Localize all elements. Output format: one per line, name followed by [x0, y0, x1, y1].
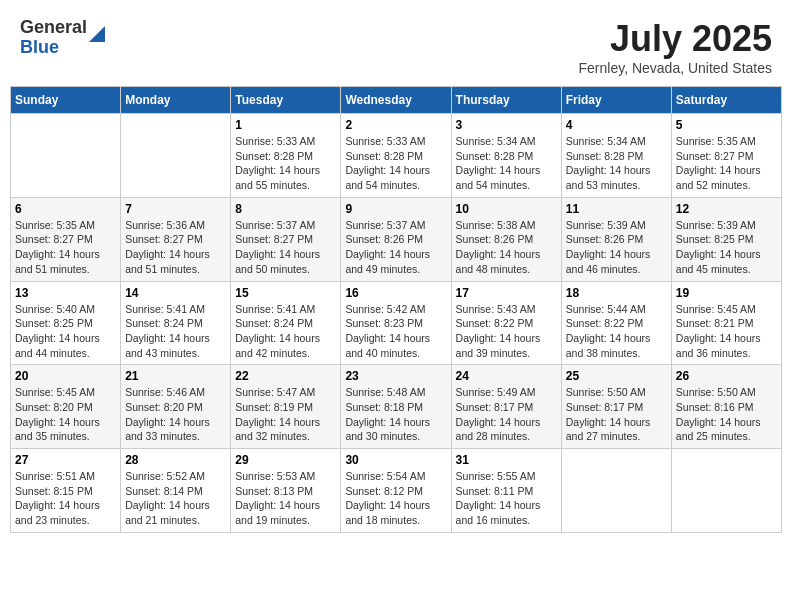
- calendar-cell: 27Sunrise: 5:51 AMSunset: 8:15 PMDayligh…: [11, 449, 121, 533]
- day-number: 24: [456, 369, 557, 383]
- day-number: 30: [345, 453, 446, 467]
- day-info: Sunrise: 5:34 AMSunset: 8:28 PMDaylight:…: [456, 134, 557, 193]
- day-info: Sunrise: 5:33 AMSunset: 8:28 PMDaylight:…: [345, 134, 446, 193]
- calendar-cell: 5Sunrise: 5:35 AMSunset: 8:27 PMDaylight…: [671, 114, 781, 198]
- day-number: 18: [566, 286, 667, 300]
- day-number: 21: [125, 369, 226, 383]
- calendar-week-row: 13Sunrise: 5:40 AMSunset: 8:25 PMDayligh…: [11, 281, 782, 365]
- day-of-week-header: Sunday: [11, 87, 121, 114]
- day-info: Sunrise: 5:33 AMSunset: 8:28 PMDaylight:…: [235, 134, 336, 193]
- day-number: 1: [235, 118, 336, 132]
- logo-text: General Blue: [20, 18, 87, 58]
- calendar-cell: 4Sunrise: 5:34 AMSunset: 8:28 PMDaylight…: [561, 114, 671, 198]
- day-number: 4: [566, 118, 667, 132]
- calendar-cell: 24Sunrise: 5:49 AMSunset: 8:17 PMDayligh…: [451, 365, 561, 449]
- day-info: Sunrise: 5:45 AMSunset: 8:20 PMDaylight:…: [15, 385, 116, 444]
- day-number: 22: [235, 369, 336, 383]
- logo-general: General: [20, 18, 87, 38]
- day-info: Sunrise: 5:47 AMSunset: 8:19 PMDaylight:…: [235, 385, 336, 444]
- day-of-week-header: Wednesday: [341, 87, 451, 114]
- svg-marker-0: [89, 26, 105, 42]
- calendar-cell: 31Sunrise: 5:55 AMSunset: 8:11 PMDayligh…: [451, 449, 561, 533]
- logo: General Blue: [20, 18, 105, 58]
- day-number: 17: [456, 286, 557, 300]
- day-info: Sunrise: 5:50 AMSunset: 8:16 PMDaylight:…: [676, 385, 777, 444]
- calendar-cell: 13Sunrise: 5:40 AMSunset: 8:25 PMDayligh…: [11, 281, 121, 365]
- day-number: 31: [456, 453, 557, 467]
- day-of-week-header: Friday: [561, 87, 671, 114]
- calendar-cell: 9Sunrise: 5:37 AMSunset: 8:26 PMDaylight…: [341, 197, 451, 281]
- day-info: Sunrise: 5:39 AMSunset: 8:26 PMDaylight:…: [566, 218, 667, 277]
- calendar-body: 1Sunrise: 5:33 AMSunset: 8:28 PMDaylight…: [11, 114, 782, 533]
- day-info: Sunrise: 5:37 AMSunset: 8:27 PMDaylight:…: [235, 218, 336, 277]
- page-header: General Blue July 2025 Fernley, Nevada, …: [10, 10, 782, 80]
- calendar-cell: 23Sunrise: 5:48 AMSunset: 8:18 PMDayligh…: [341, 365, 451, 449]
- day-number: 8: [235, 202, 336, 216]
- calendar-cell: 17Sunrise: 5:43 AMSunset: 8:22 PMDayligh…: [451, 281, 561, 365]
- day-number: 5: [676, 118, 777, 132]
- calendar-cell: 15Sunrise: 5:41 AMSunset: 8:24 PMDayligh…: [231, 281, 341, 365]
- calendar-week-row: 6Sunrise: 5:35 AMSunset: 8:27 PMDaylight…: [11, 197, 782, 281]
- day-number: 26: [676, 369, 777, 383]
- day-number: 19: [676, 286, 777, 300]
- calendar-cell: 3Sunrise: 5:34 AMSunset: 8:28 PMDaylight…: [451, 114, 561, 198]
- day-info: Sunrise: 5:54 AMSunset: 8:12 PMDaylight:…: [345, 469, 446, 528]
- calendar-cell: 28Sunrise: 5:52 AMSunset: 8:14 PMDayligh…: [121, 449, 231, 533]
- day-number: 3: [456, 118, 557, 132]
- day-number: 11: [566, 202, 667, 216]
- calendar-cell: 22Sunrise: 5:47 AMSunset: 8:19 PMDayligh…: [231, 365, 341, 449]
- day-number: 15: [235, 286, 336, 300]
- day-number: 20: [15, 369, 116, 383]
- day-info: Sunrise: 5:40 AMSunset: 8:25 PMDaylight:…: [15, 302, 116, 361]
- calendar-header: SundayMondayTuesdayWednesdayThursdayFrid…: [11, 87, 782, 114]
- day-number: 9: [345, 202, 446, 216]
- day-info: Sunrise: 5:44 AMSunset: 8:22 PMDaylight:…: [566, 302, 667, 361]
- calendar-cell: 8Sunrise: 5:37 AMSunset: 8:27 PMDaylight…: [231, 197, 341, 281]
- day-number: 25: [566, 369, 667, 383]
- calendar-cell: 19Sunrise: 5:45 AMSunset: 8:21 PMDayligh…: [671, 281, 781, 365]
- day-of-week-header: Monday: [121, 87, 231, 114]
- day-info: Sunrise: 5:51 AMSunset: 8:15 PMDaylight:…: [15, 469, 116, 528]
- day-info: Sunrise: 5:36 AMSunset: 8:27 PMDaylight:…: [125, 218, 226, 277]
- calendar-cell: [121, 114, 231, 198]
- calendar-cell: 1Sunrise: 5:33 AMSunset: 8:28 PMDaylight…: [231, 114, 341, 198]
- day-info: Sunrise: 5:48 AMSunset: 8:18 PMDaylight:…: [345, 385, 446, 444]
- day-info: Sunrise: 5:42 AMSunset: 8:23 PMDaylight:…: [345, 302, 446, 361]
- calendar-week-row: 27Sunrise: 5:51 AMSunset: 8:15 PMDayligh…: [11, 449, 782, 533]
- logo-blue: Blue: [20, 38, 87, 58]
- day-info: Sunrise: 5:45 AMSunset: 8:21 PMDaylight:…: [676, 302, 777, 361]
- calendar-cell: 7Sunrise: 5:36 AMSunset: 8:27 PMDaylight…: [121, 197, 231, 281]
- day-number: 14: [125, 286, 226, 300]
- calendar-cell: 16Sunrise: 5:42 AMSunset: 8:23 PMDayligh…: [341, 281, 451, 365]
- calendar-cell: 29Sunrise: 5:53 AMSunset: 8:13 PMDayligh…: [231, 449, 341, 533]
- day-info: Sunrise: 5:46 AMSunset: 8:20 PMDaylight:…: [125, 385, 226, 444]
- day-number: 2: [345, 118, 446, 132]
- day-number: 12: [676, 202, 777, 216]
- calendar-cell: 2Sunrise: 5:33 AMSunset: 8:28 PMDaylight…: [341, 114, 451, 198]
- calendar-cell: [11, 114, 121, 198]
- calendar-table: SundayMondayTuesdayWednesdayThursdayFrid…: [10, 86, 782, 533]
- calendar-cell: 21Sunrise: 5:46 AMSunset: 8:20 PMDayligh…: [121, 365, 231, 449]
- title-block: July 2025 Fernley, Nevada, United States: [578, 18, 772, 76]
- calendar-cell: 18Sunrise: 5:44 AMSunset: 8:22 PMDayligh…: [561, 281, 671, 365]
- day-number: 13: [15, 286, 116, 300]
- logo-icon: [89, 22, 105, 42]
- day-info: Sunrise: 5:55 AMSunset: 8:11 PMDaylight:…: [456, 469, 557, 528]
- location-title: Fernley, Nevada, United States: [578, 60, 772, 76]
- calendar-cell: 10Sunrise: 5:38 AMSunset: 8:26 PMDayligh…: [451, 197, 561, 281]
- calendar-cell: 11Sunrise: 5:39 AMSunset: 8:26 PMDayligh…: [561, 197, 671, 281]
- day-info: Sunrise: 5:34 AMSunset: 8:28 PMDaylight:…: [566, 134, 667, 193]
- day-of-week-header: Tuesday: [231, 87, 341, 114]
- day-info: Sunrise: 5:37 AMSunset: 8:26 PMDaylight:…: [345, 218, 446, 277]
- month-title: July 2025: [578, 18, 772, 60]
- calendar-cell: 30Sunrise: 5:54 AMSunset: 8:12 PMDayligh…: [341, 449, 451, 533]
- day-info: Sunrise: 5:52 AMSunset: 8:14 PMDaylight:…: [125, 469, 226, 528]
- day-info: Sunrise: 5:35 AMSunset: 8:27 PMDaylight:…: [676, 134, 777, 193]
- day-info: Sunrise: 5:41 AMSunset: 8:24 PMDaylight:…: [235, 302, 336, 361]
- day-info: Sunrise: 5:50 AMSunset: 8:17 PMDaylight:…: [566, 385, 667, 444]
- calendar-cell: 26Sunrise: 5:50 AMSunset: 8:16 PMDayligh…: [671, 365, 781, 449]
- day-info: Sunrise: 5:53 AMSunset: 8:13 PMDaylight:…: [235, 469, 336, 528]
- day-number: 23: [345, 369, 446, 383]
- calendar-cell: 25Sunrise: 5:50 AMSunset: 8:17 PMDayligh…: [561, 365, 671, 449]
- calendar-week-row: 20Sunrise: 5:45 AMSunset: 8:20 PMDayligh…: [11, 365, 782, 449]
